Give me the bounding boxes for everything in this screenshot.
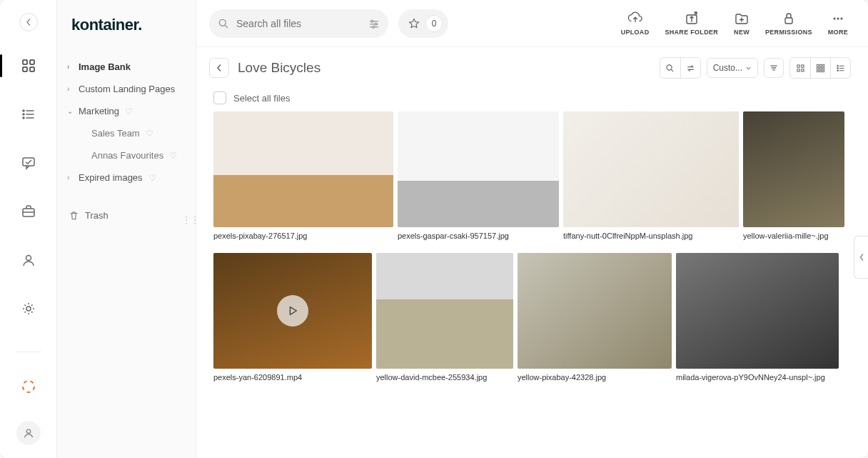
file-card[interactable]: milada-vigerova-pY9OvNNey24-unspl~.jpg xyxy=(676,253,839,382)
rail-profile-icon[interactable] xyxy=(16,421,41,445)
view-grid-large-button[interactable] xyxy=(790,58,810,78)
sidebar-item-label: Expired images xyxy=(79,172,143,183)
svg-rect-35 xyxy=(797,64,799,66)
sidebar-item-label: Annas Favourites xyxy=(91,150,163,161)
svg-point-13 xyxy=(26,256,31,261)
select-all-checkbox[interactable] xyxy=(213,91,226,104)
share-label: SHARE FOLDER xyxy=(665,29,718,36)
file-name: pexels-yan-6209891.mp4 xyxy=(213,373,372,382)
chevron-icon: › xyxy=(67,174,74,181)
file-thumbnail[interactable] xyxy=(743,111,844,227)
view-mode-group xyxy=(789,57,851,79)
sidebar-resize-handle[interactable]: ⋮⋮ xyxy=(181,214,198,226)
upload-button[interactable]: UPLOAD xyxy=(621,11,650,36)
svg-point-48 xyxy=(837,65,838,66)
permissions-button[interactable]: PERMISSIONS xyxy=(765,11,812,36)
svg-point-8 xyxy=(23,117,24,119)
svg-point-22 xyxy=(375,23,377,25)
file-card[interactable]: yellow-david-mcbee-255934.jpg xyxy=(376,253,513,382)
heart-icon[interactable]: ♡ xyxy=(125,106,133,116)
rail-gear-icon[interactable] xyxy=(14,294,43,323)
heart-icon[interactable]: ♡ xyxy=(146,129,153,139)
svg-rect-45 xyxy=(817,70,819,72)
file-card[interactable]: yellow-pixabay-42328.jpg xyxy=(518,253,672,382)
filter-icon[interactable] xyxy=(368,18,380,29)
collapse-rail-button[interactable] xyxy=(19,13,38,31)
view-grid-small-button[interactable] xyxy=(810,58,830,78)
folder-sidebar: kontainer. ›Image Bank›Custom Landing Pa… xyxy=(57,0,196,458)
folder-tree: ›Image Bank›Custom Landing Pages⌄Marketi… xyxy=(63,56,190,189)
rail-list-icon[interactable] xyxy=(14,100,43,129)
file-thumbnail[interactable] xyxy=(676,253,839,369)
svg-rect-43 xyxy=(819,67,822,69)
svg-rect-39 xyxy=(817,64,819,66)
svg-rect-3 xyxy=(30,67,34,71)
search-compare-group xyxy=(660,57,701,79)
svg-rect-47 xyxy=(822,70,824,72)
star-icon xyxy=(408,18,420,29)
chevron-icon: › xyxy=(67,63,74,71)
sidebar-item[interactable]: Annas Favourites♡ xyxy=(63,144,190,166)
svg-rect-42 xyxy=(817,67,819,69)
svg-point-4 xyxy=(23,110,24,111)
favorites-count: 0 xyxy=(425,15,443,32)
file-thumbnail[interactable] xyxy=(213,111,393,227)
more-button[interactable]: MORE xyxy=(828,11,848,36)
file-thumbnail[interactable] xyxy=(376,253,513,369)
svg-point-16 xyxy=(26,429,30,433)
sidebar-item[interactable]: ›Expired images♡ xyxy=(63,166,190,189)
share-folder-button[interactable]: SHARE FOLDER xyxy=(665,11,718,36)
chevron-icon: › xyxy=(67,85,74,93)
heart-icon[interactable]: ♡ xyxy=(169,151,177,161)
view-list-button[interactable] xyxy=(830,58,850,78)
file-name: yellow-pixabay-42328.jpg xyxy=(518,373,672,382)
search-input[interactable] xyxy=(236,18,361,29)
file-thumbnail[interactable] xyxy=(563,111,739,227)
file-card[interactable]: tiffany-nutt-0ClfreiNppM-unsplash.jpg xyxy=(563,111,739,240)
svg-rect-36 xyxy=(801,64,803,66)
file-card[interactable]: pexels-yan-6209891.mp4 xyxy=(213,253,372,382)
svg-rect-0 xyxy=(23,60,27,64)
sort-button[interactable] xyxy=(764,58,784,78)
trash-item[interactable]: Trash xyxy=(63,203,190,228)
rail-user-icon[interactable] xyxy=(14,246,43,274)
file-card[interactable]: pexels-gaspar-csaki-957157.jpg xyxy=(398,111,559,240)
sidebar-item[interactable]: ›Image Bank xyxy=(63,56,190,78)
svg-line-31 xyxy=(672,69,674,71)
file-name: pexels-gaspar-csaki-957157.jpg xyxy=(398,232,559,240)
sidebar-item[interactable]: ⌄Marketing♡ xyxy=(63,100,190,122)
file-thumbnail[interactable] xyxy=(518,253,672,369)
play-icon[interactable] xyxy=(277,295,308,327)
grid-row: pexels-yan-6209891.mp4yellow-david-mcbee… xyxy=(213,253,851,382)
rail-help-icon[interactable] xyxy=(14,372,43,401)
page-title: Love Bicycles xyxy=(238,60,321,76)
file-name: milada-vigerova-pY9OvNNey24-unspl~.jpg xyxy=(676,373,839,382)
svg-point-50 xyxy=(837,67,838,68)
file-card[interactable]: pexels-pixabay-276517.jpg xyxy=(213,111,393,240)
custom-dropdown[interactable]: Custo... xyxy=(707,58,758,78)
sidebar-item[interactable]: Sales Team♡ xyxy=(63,122,190,144)
file-thumbnail[interactable] xyxy=(398,111,559,227)
svg-point-24 xyxy=(373,26,375,28)
favorites-pill[interactable]: 0 xyxy=(398,9,448,38)
rail-briefcase-icon[interactable] xyxy=(14,197,43,226)
back-button[interactable] xyxy=(209,58,229,78)
file-thumbnail[interactable] xyxy=(213,253,372,369)
search-box[interactable] xyxy=(209,9,388,38)
rail-grid-icon[interactable] xyxy=(14,51,43,80)
file-card[interactable]: yellow-valeriia-mille~.jpg xyxy=(743,111,844,240)
rail-comment-icon[interactable] xyxy=(14,149,43,177)
svg-rect-38 xyxy=(801,69,803,71)
heart-icon[interactable]: ♡ xyxy=(148,173,156,183)
content-swap-button[interactable] xyxy=(680,58,700,78)
chevron-icon: ⌄ xyxy=(67,107,74,115)
content-search-button[interactable] xyxy=(660,58,680,78)
svg-point-52 xyxy=(837,70,838,71)
right-panel-toggle[interactable] xyxy=(854,236,868,279)
new-button[interactable]: NEW xyxy=(734,11,750,36)
file-name: yellow-david-mcbee-255934.jpg xyxy=(376,373,513,382)
sidebar-item-label: Custom Landing Pages xyxy=(79,84,175,94)
sidebar-item[interactable]: ›Custom Landing Pages xyxy=(63,78,190,100)
main-area: 0 UPLOAD SHARE FOLDER NEW PERMISSIONS xyxy=(196,0,868,458)
trash-icon xyxy=(69,210,79,221)
